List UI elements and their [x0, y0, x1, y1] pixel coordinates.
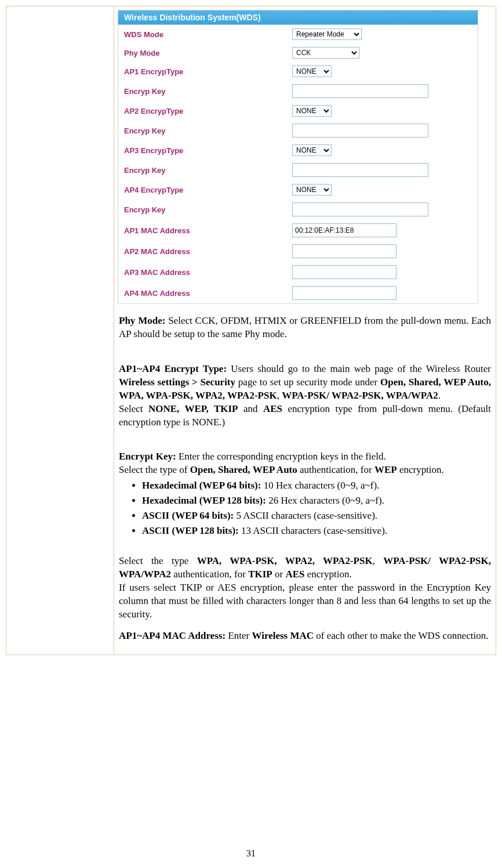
ap3-encryptype-label: AP3 EncrypType: [124, 146, 292, 155]
row-phy-mode: Phy Mode CCK: [118, 44, 478, 62]
ap1-encryptype-select[interactable]: NONE: [292, 66, 332, 77]
list-item: ASCII (WEP 64 bits): 5 ASCII characters …: [142, 509, 491, 523]
encryp-key-2-label: Encryp Key: [124, 126, 292, 135]
sidebar-cell: [6, 6, 114, 654]
para-encrypt-type: AP1~AP4 Encrypt Type: Users should go to…: [119, 349, 491, 429]
content-cell: Wireless Distribution System(WDS) WDS Mo…: [114, 6, 496, 654]
wds-mode-label: WDS Mode: [124, 30, 292, 39]
wep-options-list: Hexadecimal (WEP 64 bits): 10 Hex charac…: [119, 479, 491, 538]
encryp-key-4-label: Encryp Key: [124, 205, 292, 214]
mac-term: AP1~AP4 MAC Address:: [119, 630, 225, 641]
encryp-key-3-label: Encryp Key: [124, 166, 292, 175]
row-ap2-encryptype: AP2 EncrypType NONE: [118, 102, 478, 120]
row-ap3-encryptype: AP3 EncrypType NONE: [118, 141, 478, 160]
ap4-encryptype-label: AP4 EncrypType: [124, 186, 292, 194]
encryp-key-1-label: Encryp Key: [124, 87, 292, 96]
para-phy-mode: Phy Mode: Select CCK, OFDM, HTMIX or GRE…: [119, 314, 491, 341]
ap4-mac-input[interactable]: [292, 286, 396, 300]
row-ap2-mac: AP2 MAC Address: [118, 241, 478, 262]
row-wds-mode: WDS Mode Repeater Mode: [118, 25, 478, 44]
ap1-encryptype-label: AP1 EncrypType: [124, 67, 292, 76]
page: Wireless Distribution System(WDS) WDS Mo…: [0, 6, 502, 868]
doc-layout-table: Wireless Distribution System(WDS) WDS Mo…: [6, 6, 496, 655]
row-ap4-mac: AP4 MAC Address: [118, 283, 478, 303]
list-item: ASCII (WEP 128 bits): 13 ASCII character…: [142, 525, 491, 538]
phy-mode-label: Phy Mode: [124, 49, 292, 57]
para-wpa-note: Select the type WPA, WPA-PSK, WPA2, WPA2…: [119, 541, 491, 621]
row-ap1-encryptype: AP1 EncrypType NONE: [118, 62, 478, 81]
ap1-mac-input[interactable]: [292, 223, 396, 237]
para-encrypt-key: Encrypt Key: Enter the corresponding enc…: [119, 437, 491, 478]
page-number: 31: [0, 848, 502, 859]
ap3-mac-label: AP3 MAC Address: [124, 268, 292, 277]
ap2-mac-label: AP2 MAC Address: [124, 247, 292, 256]
list-item: Hexadecimal (WEP 128 bits): 26 Hex chara…: [142, 494, 491, 508]
para-mac-address: AP1~AP4 MAC Address: Enter Wireless MAC …: [119, 630, 491, 643]
wds-config-panel: Wireless Distribution System(WDS) WDS Mo…: [118, 10, 478, 304]
ap3-mac-input[interactable]: [292, 265, 396, 279]
row-encryp-key-2: Encryp Key: [118, 120, 478, 141]
row-ap1-mac: AP1 MAC Address: [118, 220, 478, 241]
row-ap4-encryptype: AP4 EncrypType NONE: [118, 180, 478, 199]
encrypt-key-term: Encrypt Key:: [119, 451, 176, 462]
panel-title: Wireless Distribution System(WDS): [118, 10, 478, 25]
row-ap3-mac: AP3 MAC Address: [118, 262, 478, 283]
phy-mode-term: Phy Mode:: [119, 315, 165, 326]
encryp-key-2-input[interactable]: [292, 124, 428, 138]
ap2-mac-input[interactable]: [292, 244, 396, 258]
encryp-key-4-input[interactable]: [292, 202, 428, 216]
ap3-encryptype-select[interactable]: NONE: [292, 144, 332, 156]
encryp-key-1-input[interactable]: [292, 84, 428, 98]
wds-mode-select[interactable]: Repeater Mode: [292, 28, 362, 40]
ap1-mac-label: AP1 MAC Address: [124, 226, 292, 235]
doc-text-block: Phy Mode: Select CCK, OFDM, HTMIX or GRE…: [119, 314, 491, 643]
phy-mode-select[interactable]: CCK: [292, 47, 359, 59]
ap2-encryptype-label: AP2 EncrypType: [124, 107, 292, 115]
ap2-encryptype-select[interactable]: NONE: [292, 105, 332, 117]
row-encryp-key-4: Encryp Key: [118, 199, 478, 220]
encrypt-type-term: AP1~AP4 Encrypt Type:: [119, 363, 227, 374]
ap4-encryptype-select[interactable]: NONE: [292, 184, 332, 196]
list-item: Hexadecimal (WEP 64 bits): 10 Hex charac…: [142, 479, 491, 493]
row-encryp-key-1: Encryp Key: [118, 81, 478, 102]
phy-mode-desc: Select CCK, OFDM, HTMIX or GREENFIELD fr…: [119, 315, 491, 339]
ap4-mac-label: AP4 MAC Address: [124, 289, 292, 298]
row-encryp-key-3: Encryp Key: [118, 160, 478, 180]
encryp-key-3-input[interactable]: [292, 163, 428, 177]
